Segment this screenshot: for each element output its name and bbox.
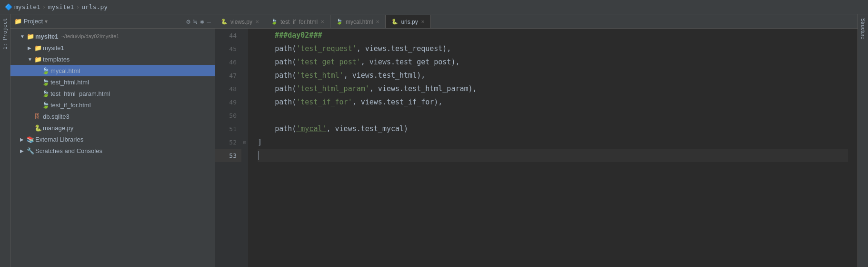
tab-test-if-for-label: test_if_for.html (280, 19, 318, 25)
tree-manage[interactable]: 🐍 manage.py (10, 122, 215, 134)
fold-52: ⊟ (241, 135, 248, 149)
tab-urls-label: urls.py (401, 19, 418, 25)
tab-test-if-for-close[interactable]: ✕ (320, 19, 324, 24)
db-label: db.sqlite3 (43, 113, 70, 120)
code-line-51: path('mycal', views.test_mycal) (258, 122, 848, 135)
settings-icon[interactable]: ⚙ (186, 18, 190, 25)
code-line-46: path('test_get_post', views.test_get_pos… (258, 55, 848, 69)
templates-label: templates (43, 56, 70, 63)
test-html-param-icon: 🍃 (42, 90, 50, 97)
line-51: 51 (215, 122, 241, 135)
title-sub1: mysite1 (48, 3, 74, 10)
fold-47 (241, 69, 248, 82)
tab-views[interactable]: 🐍 views.py ✕ (215, 15, 265, 28)
mycal-tab-icon: 🍃 (336, 19, 343, 25)
tab-urls-close[interactable]: ✕ (421, 19, 425, 24)
external-arrow: ▶ (20, 137, 27, 142)
templates-folder-icon: 📁 (34, 56, 43, 63)
panel-icons: ⚙ ≒ ✱ — (186, 18, 211, 25)
tree-mysite1[interactable]: ▶ 📁 mysite1 (10, 42, 215, 53)
fold-51 (241, 122, 248, 135)
title-bar-text: 🔷 mysite1 › mysite1 › urls.py (5, 3, 108, 10)
code-line-53 (258, 149, 848, 162)
mysite1-arrow: ▶ (28, 45, 34, 51)
panel-header: 📁 Project ▾ ⚙ ≒ ✱ — (10, 14, 215, 29)
code-content[interactable]: ###day02### path('test_request', views.t… (248, 29, 858, 267)
tab-mycal-close[interactable]: ✕ (376, 19, 379, 24)
tab-views-close[interactable]: ✕ (255, 19, 259, 24)
tree-test-if-for[interactable]: 🍃 test_if_for.html (10, 99, 215, 111)
minimize-icon[interactable]: — (207, 18, 211, 25)
code-line-50 (258, 109, 848, 122)
fold-gutter: ⊟ (241, 29, 248, 267)
structure-strip: Structure (858, 14, 868, 267)
root-folder-icon: 📁 (27, 33, 35, 40)
manage-label: manage.py (43, 124, 73, 132)
fold-53 (241, 149, 248, 162)
test-if-for-icon: 🍃 (42, 102, 50, 109)
code-line-52: ] (258, 135, 848, 149)
fold-46 (241, 55, 248, 69)
tree-root[interactable]: ▼ 📁 mysite1 ~/tedu/vip/day02/mysite1 (10, 31, 215, 42)
project-side-strip: 1: Project (0, 14, 10, 267)
test-html-label: test_html.html (50, 79, 89, 86)
code-line-45: path('test_request', views.test_request)… (258, 42, 848, 55)
comment-44: ###day02### (258, 31, 322, 40)
db-icon: 🗄 (34, 113, 43, 120)
tree-test-html[interactable]: 🍃 test_html.html (10, 76, 215, 88)
line-49: 49 (215, 95, 241, 109)
line-45: 45 (215, 42, 241, 55)
mysite1-folder-icon: 📁 (34, 44, 43, 51)
manage-icon: 🐍 (34, 124, 43, 132)
line-47: 47 (215, 69, 241, 82)
tab-mycal[interactable]: 🍃 mycal.html ✕ (330, 15, 386, 28)
test-html-icon: 🍃 (42, 79, 50, 86)
templates-arrow: ▼ (28, 57, 34, 62)
project-panel: 📁 Project ▾ ⚙ ≒ ✱ — ▼ 📁 mysite1 ~/tedu/v… (10, 14, 215, 267)
tree-external[interactable]: ▶ 📚 External Libraries (10, 134, 215, 145)
scratches-label: Scratches and Consoles (35, 147, 102, 154)
scratches-arrow: ▶ (20, 148, 27, 154)
tree-db[interactable]: 🗄 db.sqlite3 (10, 111, 215, 122)
gear2-icon[interactable]: ✱ (200, 18, 204, 25)
external-icon: 📚 (27, 136, 35, 143)
tab-test-if-for[interactable]: 🍃 test_if_for.html ✕ (265, 15, 330, 28)
tree-test-html-param[interactable]: 🍃 test_html_param.html (10, 88, 215, 99)
line-gutter: 44 45 46 47 48 49 50 51 52 53 (215, 29, 241, 267)
fold-49 (241, 95, 248, 109)
project-side-label: 1: Project (2, 14, 8, 53)
line-52: 52 (215, 135, 241, 149)
tree-templates[interactable]: ▼ 📁 templates (10, 53, 215, 65)
tree-scratches[interactable]: ▶ 🔧 Scratches and Consoles (10, 145, 215, 156)
title-icon: 🔷 (5, 3, 12, 10)
code-line-44: ###day02### (258, 29, 848, 42)
root-arrow: ▼ (20, 34, 27, 39)
tab-bar: 🐍 views.py ✕ 🍃 test_if_for.html ✕ 🍃 myca… (215, 14, 858, 29)
code-line-48: path('test_html_param', views.test_html_… (258, 82, 848, 95)
code-line-47: path('test_html', views.test_html), (258, 69, 848, 82)
mycal-html-icon: 🍃 (42, 67, 50, 74)
scratches-icon: 🔧 (27, 147, 35, 154)
tab-urls[interactable]: 🐍 urls.py ✕ (386, 15, 430, 28)
code-area[interactable]: 44 45 46 47 48 49 50 51 52 53 (215, 29, 858, 267)
root-label: mysite1 (35, 33, 58, 40)
line-46: 46 (215, 55, 241, 69)
fold-48 (241, 82, 248, 95)
test-if-for-tab-icon: 🍃 (271, 19, 278, 25)
title-project: mysite1 (14, 3, 40, 10)
file-tree: ▼ 📁 mysite1 ~/tedu/vip/day02/mysite1 ▶ 📁… (10, 29, 215, 267)
tab-mycal-label: mycal.html (346, 19, 373, 25)
fold-44 (241, 29, 248, 42)
structure-label: Structure (860, 14, 866, 43)
fold-45 (241, 42, 248, 55)
folder-icon: 📁 (14, 18, 22, 25)
code-line-49: path('test_if_for', views.test_if_for), (258, 95, 848, 109)
tree-mycal-html[interactable]: 🍃 mycal.html (10, 65, 215, 76)
mycal-html-label: mycal.html (50, 67, 80, 74)
fold-50 (241, 109, 248, 122)
line-50: 50 (215, 109, 241, 122)
root-path: ~/tedu/vip/day02/mysite1 (61, 33, 119, 39)
line-53: 53 (215, 149, 241, 162)
diff-icon[interactable]: ≒ (193, 18, 197, 25)
external-label: External Libraries (35, 136, 83, 143)
